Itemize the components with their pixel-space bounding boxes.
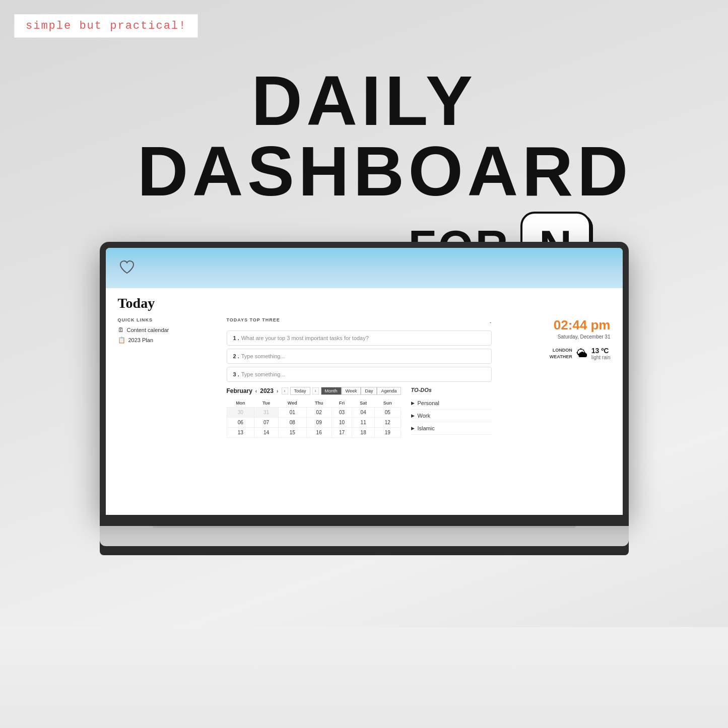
calendar-day-header: Fri	[332, 399, 352, 408]
calendar-day-header: Thu	[306, 399, 332, 408]
page-title: Today	[118, 295, 611, 311]
calendar-day-header: Tue	[254, 399, 279, 408]
right-column: 02:44 pm Saturday, December 31 LONDON WE…	[500, 317, 611, 515]
calendar-day-cell[interactable]: 15	[278, 428, 306, 438]
calendar-next-arrow[interactable]: ›	[277, 388, 278, 394]
task-item-3[interactable]: 3 .Type something...	[227, 367, 492, 382]
view-btn-agenda[interactable]: Agenda	[377, 387, 401, 395]
calendar-day-cell[interactable]: 18	[352, 428, 375, 438]
screen-header	[106, 248, 623, 288]
laptop-foot	[153, 526, 576, 528]
calendar-day-cell[interactable]: 07	[254, 418, 279, 428]
laptop-container: Today QUICK LINKS 🗓Content calendar📋2023…	[100, 242, 629, 546]
quick-link-icon: 🗓	[118, 326, 124, 334]
screen-content: Today QUICK LINKS 🗓Content calendar📋2023…	[106, 288, 623, 515]
quick-link-item[interactable]: 📋2023 Plan	[118, 337, 219, 344]
todo-item[interactable]: ▶Islamic	[411, 422, 492, 435]
task-placeholder: Type something...	[241, 353, 285, 359]
calendar-year: 2023	[260, 387, 274, 394]
top-three-header: TODAYS TOP THREE -	[227, 317, 492, 326]
todos-title: TO-DOs	[411, 387, 492, 393]
todos-area: TO-DOs ▶Personal▶Work▶Islamic	[411, 387, 492, 438]
calendar-day-cell[interactable]: 03	[332, 408, 352, 418]
calendar-day-cell[interactable]: 04	[352, 408, 375, 418]
temperature: 13 ºC	[591, 347, 611, 355]
view-btn-month[interactable]: Month	[321, 387, 342, 395]
calendar-day-cell[interactable]: 13	[227, 428, 254, 438]
task-item-1[interactable]: 1 .What are your top 3 most important ta…	[227, 330, 492, 346]
left-column: QUICK LINKS 🗓Content calendar📋2023 Plan	[118, 317, 219, 515]
view-btn-day[interactable]: Day	[361, 387, 377, 395]
task-placeholder: What are your top 3 most important tasks…	[241, 335, 369, 341]
calendar-day-cell[interactable]: 06	[227, 418, 254, 428]
desk-surface	[0, 627, 728, 728]
calendar-body: 3031010203040506070809101112131415161718…	[227, 408, 401, 438]
weather-row: LONDON WEATHER 🌥 13 ºC light rain	[500, 347, 611, 360]
calendar-today-btn[interactable]: Today	[290, 387, 310, 395]
time-display: 02:44 pm	[500, 317, 611, 333]
weather-description: light rain	[591, 355, 611, 360]
calendar-day-cell[interactable]: 05	[375, 408, 401, 418]
calendar-day-cell[interactable]: 11	[352, 418, 375, 428]
top-three-section: TODAYS TOP THREE - 1 .What are your top …	[227, 317, 492, 382]
quick-link-label: 2023 Plan	[128, 337, 154, 343]
calendar-day-cell[interactable]: 19	[375, 428, 401, 438]
calendar-controls: ‹ Today › MonthWeekDayAgenda	[282, 387, 401, 395]
task-number: 3 .	[233, 371, 239, 377]
top-banner: simple but practical!	[14, 14, 198, 38]
calendar-day-cell[interactable]: 12	[375, 418, 401, 428]
quick-link-item[interactable]: 🗓Content calendar	[118, 326, 219, 334]
calendar-day-cell[interactable]: 02	[306, 408, 332, 418]
calendar-day-cell[interactable]: 17	[332, 428, 352, 438]
laptop-outer: Today QUICK LINKS 🗓Content calendar📋2023…	[100, 242, 629, 515]
calendar-month-year: February ‹ 2023 ›	[227, 387, 279, 394]
laptop-screen: Today QUICK LINKS 🗓Content calendar📋2023…	[106, 248, 623, 515]
calendar-days-header: MonTueWedThuFriSatSun	[227, 399, 401, 408]
weather-temp-area: 13 ºC light rain	[591, 347, 611, 360]
calendar-day-header: Wed	[278, 399, 306, 408]
task-number: 2 .	[233, 353, 239, 359]
todo-item[interactable]: ▶Work	[411, 410, 492, 422]
calendar-day-header: Sat	[352, 399, 375, 408]
weather-cloud-icon: 🌥	[576, 347, 587, 360]
weather-label: LONDON WEATHER	[550, 347, 572, 360]
task-placeholder: Type something...	[241, 371, 285, 377]
quick-links-label: QUICK LINKS	[118, 317, 219, 322]
calendar-forward-btn[interactable]: ›	[312, 387, 319, 394]
calendar-prev-arrow[interactable]: ‹	[255, 388, 257, 394]
task-item-2[interactable]: 2 .Type something...	[227, 349, 492, 364]
view-btn-week[interactable]: Week	[342, 387, 361, 395]
laptop-bottom	[100, 526, 629, 546]
todo-arrow-icon: ▶	[411, 401, 415, 406]
calendar-week-row: 30310102030405	[227, 408, 401, 418]
calendar-day-cell[interactable]: 01	[278, 408, 306, 418]
calendar-header: MonTueWedThuFriSatSun	[227, 399, 401, 408]
calendar-day-cell[interactable]: 16	[306, 428, 332, 438]
heart-icon-area	[118, 258, 136, 278]
calendar-day-cell[interactable]: 10	[332, 418, 352, 428]
calendar-month: February	[227, 387, 252, 394]
calendar-view-buttons: MonthWeekDayAgenda	[321, 387, 401, 395]
calendar-nav: February ‹ 2023 › ‹ Today ›	[227, 387, 401, 395]
laptop-base	[100, 515, 629, 526]
calendar-week-row: 06070809101112	[227, 418, 401, 428]
todo-item[interactable]: ▶Personal	[411, 397, 492, 410]
todos-list: ▶Personal▶Work▶Islamic	[411, 397, 492, 435]
bottom-section: February ‹ 2023 › ‹ Today ›	[227, 387, 492, 438]
calendar-back-btn[interactable]: ‹	[282, 387, 288, 394]
quick-link-icon: 📋	[118, 337, 125, 344]
top-three-label: TODAYS TOP THREE	[227, 317, 280, 322]
calendar-week-row: 13141516171819	[227, 428, 401, 438]
tasks-list: 1 .What are your top 3 most important ta…	[227, 330, 492, 382]
calendar-day-cell[interactable]: 31	[254, 408, 279, 418]
todo-label: Work	[418, 413, 430, 419]
calendar-day-cell[interactable]: 09	[306, 418, 332, 428]
calendar-day-cell[interactable]: 14	[254, 428, 279, 438]
todo-label: Personal	[418, 400, 439, 406]
todo-arrow-icon: ▶	[411, 413, 415, 418]
calendar-day-cell[interactable]: 08	[278, 418, 306, 428]
calendar-day-header: Sun	[375, 399, 401, 408]
middle-column: TODAYS TOP THREE - 1 .What are your top …	[227, 317, 492, 515]
title-line1: DAILY DASHBOARD	[138, 65, 591, 207]
calendar-day-cell[interactable]: 30	[227, 408, 254, 418]
